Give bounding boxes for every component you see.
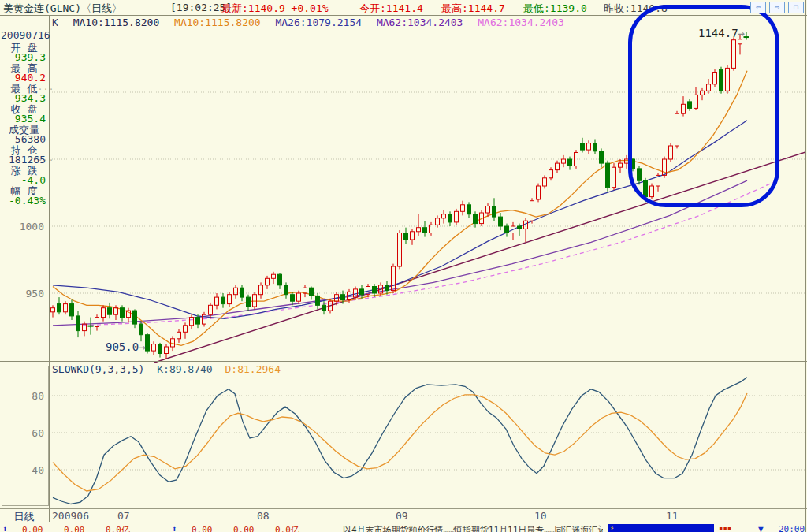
ma26-value: MA26:1079.2154 [275,17,362,28]
date-tick: 200906 [52,510,89,522]
sidebar-splitter-handle[interactable]: ··· [38,85,54,94]
date-tick: 07 [117,510,130,522]
ticker-status-dots: ▪▪▪ [719,524,731,532]
forward-arrow-icon[interactable]: ⇨ [769,2,785,13]
volume-value: 56380 [0,135,48,144]
app-window: 美黄金连(GLNC)〈日线〉 [19:02:25] 最新:1140.9 +0.0… [0,0,807,532]
slowkd-k-value: K:89.8740 [157,363,212,375]
quote-date: 20090716 [0,29,48,42]
date-tick: 11 [666,510,679,522]
kd-panel-divider [0,361,807,362]
right-arrow-icon: → [139,340,145,353]
kd-indicator-header: SLOWKD(9,3,3,5) K:89.8740 D:81.2964 [52,363,281,375]
quote-sidebar: 20090716 开 盘 939.3 最 高 940.2 最 低 934.3 收… [0,29,48,206]
ma62-shift-value: MA62:1034.2403 [478,17,564,28]
cascade-window-icon[interactable]: ❐ [788,2,804,13]
high-value: 940.2 [0,73,48,83]
ticker-news-text: 以4月末市场期货粕价行情……恒指期货11月11日晨专……同汇迷海汇记号·恒 [343,524,603,532]
range-value: -0.43% [0,196,48,206]
sidebar-splitter-handle[interactable]: ··· [38,156,54,165]
kd-axis-label-80: 80 [0,390,44,402]
kd-axis-label-60: 60 [0,427,44,439]
date-tick: 08 [257,510,270,522]
date-tick: 09 [396,510,408,522]
open-value: 939.3 [0,53,48,62]
ma-indicator-row: K MA10:1115.8200 MA10:1115.8200 MA26:107… [52,17,573,28]
last-price: 最新:1140.9 +0.01% [221,2,329,16]
ticker-quote-1: 0.00 0.00 0.0亿 [22,524,130,532]
up-arrow-icon: ⬆ [172,524,177,532]
change-value: -4.0 [0,176,48,185]
price-axis-label-1000: 1000 [0,221,44,233]
ellipse-drawing-annotation[interactable] [628,5,779,207]
k-label: K [52,17,58,28]
ticker-quote-2: 0.00 0.00 0.0亿 [192,524,299,532]
date-tick: 10 [534,510,547,522]
symbol-title: 美黄金连(GLNC)〈日线〉 [3,2,122,16]
today-low: 最低:1139.0 [523,2,587,16]
caret-down-icon: ▼ [758,524,764,532]
ticker-highlight-bar: ⚡ [608,524,714,532]
ma10-orange-value: MA10:1115.8200 [174,17,261,28]
today-high: 最高:1144.7 [441,2,505,16]
close-value: 935.4 [0,114,48,124]
slowkd-name: SLOWKD(9,3,3,5) [52,363,144,375]
ticker-time: 20:00 [779,524,805,532]
up-arrow-icon: ⬆ [2,524,8,532]
slowkd-d-value: D:81.2964 [225,363,281,375]
news-ticker-bar: ⬆ 0.00 0.00 0.0亿 ⬆ 0.00 0.00 0.0亿 以4月末市场… [0,523,807,532]
low-value: 934.3 [0,94,48,103]
ma62-value: MA62:1034.2403 [377,17,463,28]
date-axis: 日线 200906 07 08 09 10 11 [0,509,807,522]
today-open: 今开:1141.4 [359,2,423,16]
right-border [805,0,806,532]
price-axis-label-950: 950 [0,288,44,299]
back-arrow-icon[interactable]: ⇦ [750,2,766,13]
kd-axis-label-40: 40 [0,464,44,476]
low-price-callout: 905.0→ [106,340,146,353]
window-buttons: ⇦ ⇨ ❐ [750,2,804,13]
ma10-dark-value: MA10:1115.8200 [73,17,160,28]
